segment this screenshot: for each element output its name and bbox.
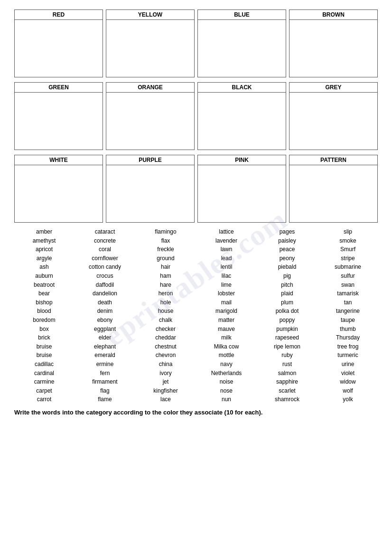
word-item: tamarisk xyxy=(337,289,358,298)
word-item: smoke xyxy=(339,236,356,245)
color-body-red[interactable] xyxy=(15,20,103,77)
word-item: carpet xyxy=(36,386,52,395)
word-item: violet xyxy=(341,369,355,378)
color-box-red: RED xyxy=(14,9,103,77)
word-item: kingfisher xyxy=(153,386,177,395)
word-item: widow xyxy=(340,377,355,386)
word-item: mail xyxy=(221,298,232,307)
color-row-2: WHITEPURPLEPINKPATTERN xyxy=(14,155,378,223)
word-columns: amberamethystapricotargyleashauburnbeatr… xyxy=(14,227,378,404)
word-item: peony xyxy=(280,254,295,263)
word-item: hole xyxy=(160,298,171,307)
word-item: apricot xyxy=(36,245,53,254)
grid-rows: REDYELLOWBLUEBROWNGREENORANGEBLACKGREYWH… xyxy=(14,9,378,223)
word-item: cataract xyxy=(95,227,115,236)
word-item: Thursday xyxy=(336,333,360,342)
word-item: lilac xyxy=(222,272,232,281)
word-item: flax xyxy=(161,236,170,245)
word-item: ivory xyxy=(159,369,171,378)
word-item: hare xyxy=(160,281,171,290)
color-box-yellow: YELLOW xyxy=(106,9,195,77)
color-body-green[interactable] xyxy=(15,93,103,150)
word-item: carrot xyxy=(37,395,52,404)
word-item: dandelion xyxy=(93,289,117,298)
color-body-yellow[interactable] xyxy=(106,20,194,77)
color-body-brown[interactable] xyxy=(289,20,377,77)
word-item: cadillac xyxy=(35,360,54,369)
word-item: death xyxy=(98,298,112,307)
word-item: piebald xyxy=(278,263,297,272)
word-item: tan xyxy=(344,298,352,307)
color-label-green: GREEN xyxy=(15,83,103,93)
word-item: cornflower xyxy=(92,254,118,263)
word-col-4: pagespaisleypeacepeonypiebaldpigpitchpla… xyxy=(257,227,317,404)
word-item: nun xyxy=(222,395,231,404)
word-item: bishop xyxy=(36,298,52,307)
word-item: ruby xyxy=(281,351,292,360)
color-body-pattern[interactable] xyxy=(289,165,377,222)
word-item: Smurf xyxy=(340,245,355,254)
word-item: amber xyxy=(36,227,52,236)
word-item: nose xyxy=(220,386,233,395)
color-body-purple[interactable] xyxy=(106,165,194,222)
word-item: Netherlands xyxy=(211,369,242,378)
word-item: chalk xyxy=(159,316,172,325)
word-item: daffodil xyxy=(96,281,114,290)
word-list-section: amberamethystapricotargyleashauburnbeatr… xyxy=(14,227,378,404)
word-col-5: slipsmokeSmurfstripesubmarinesulfurswant… xyxy=(318,227,378,404)
word-item: sulfur xyxy=(341,272,355,281)
word-item: pitch xyxy=(281,281,293,290)
color-label-blue: BLUE xyxy=(198,10,286,20)
color-body-blue[interactable] xyxy=(198,20,286,77)
color-box-blue: BLUE xyxy=(197,9,286,77)
word-col-0: amberamethystapricotargyleashauburnbeatr… xyxy=(14,227,74,404)
word-item: submarine xyxy=(335,263,361,272)
word-item: rapeseed xyxy=(275,333,299,342)
word-item: flamingo xyxy=(155,227,176,236)
word-item: plum xyxy=(281,298,293,307)
word-item: carmine xyxy=(34,377,55,386)
word-item: crocus xyxy=(96,272,113,281)
word-item: fern xyxy=(100,369,110,378)
word-item: salmon xyxy=(278,369,297,378)
color-label-black: BLACK xyxy=(198,83,286,93)
word-item: argyle xyxy=(37,254,52,263)
color-label-yellow: YELLOW xyxy=(106,10,194,20)
word-item: elder xyxy=(99,333,112,342)
color-body-pink[interactable] xyxy=(198,165,286,222)
word-item: mauve xyxy=(218,325,235,334)
color-body-grey[interactable] xyxy=(289,93,377,150)
color-body-white[interactable] xyxy=(15,165,103,222)
color-label-purple: PURPLE xyxy=(106,155,194,165)
word-item: bear xyxy=(38,289,50,298)
word-item: ham xyxy=(160,272,171,281)
color-label-brown: BROWN xyxy=(289,10,377,20)
word-item: china xyxy=(159,360,173,369)
word-item: scarlet xyxy=(279,386,295,395)
word-item: wolf xyxy=(343,386,353,395)
color-box-purple: PURPLE xyxy=(106,155,195,223)
word-item: emerald xyxy=(94,351,115,360)
word-item: paisley xyxy=(278,236,296,245)
word-item: cheddar xyxy=(155,333,176,342)
color-box-pattern: PATTERN xyxy=(289,155,378,223)
color-label-pattern: PATTERN xyxy=(289,155,377,165)
color-box-green: GREEN xyxy=(14,82,103,150)
word-item: lentil xyxy=(221,263,233,272)
word-item: bruise xyxy=(37,342,52,351)
word-item: peace xyxy=(280,245,295,254)
word-item: jet xyxy=(163,377,169,386)
color-body-black[interactable] xyxy=(198,93,286,150)
word-item: pumpkin xyxy=(276,325,298,334)
color-box-grey: GREY xyxy=(289,82,378,150)
word-item: poppy xyxy=(280,316,295,325)
word-item: concrete xyxy=(94,236,116,245)
word-item: lawn xyxy=(221,245,233,254)
word-item: heron xyxy=(159,289,173,298)
word-item: elephant xyxy=(94,342,116,351)
word-item: yolk xyxy=(343,395,353,404)
color-body-orange[interactable] xyxy=(106,93,194,150)
word-item: auburn xyxy=(35,272,53,281)
word-item: pig xyxy=(283,272,291,281)
word-item: chestnut xyxy=(155,342,176,351)
